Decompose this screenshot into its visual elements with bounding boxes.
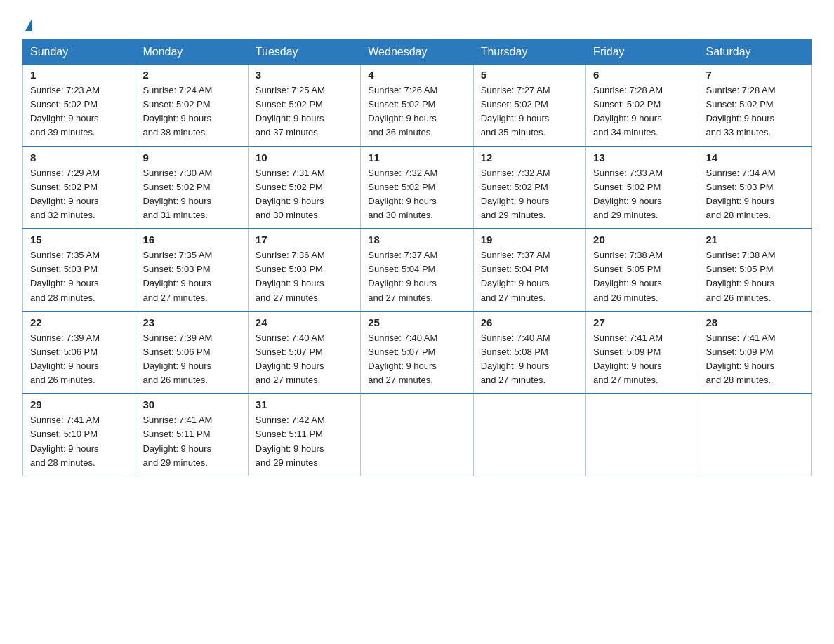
- day-cell: 30 Sunrise: 7:41 AMSunset: 5:11 PMDaylig…: [135, 394, 248, 476]
- day-info: Sunrise: 7:35 AMSunset: 5:03 PMDaylight:…: [143, 248, 240, 305]
- day-cell: 20 Sunrise: 7:38 AMSunset: 5:05 PMDaylig…: [586, 229, 699, 311]
- day-cell: 14 Sunrise: 7:34 AMSunset: 5:03 PMDaylig…: [699, 147, 811, 229]
- day-info: Sunrise: 7:40 AMSunset: 5:07 PMDaylight:…: [256, 331, 353, 388]
- day-info: Sunrise: 7:41 AMSunset: 5:09 PMDaylight:…: [593, 331, 691, 388]
- week-row-3: 15 Sunrise: 7:35 AMSunset: 5:03 PMDaylig…: [23, 229, 812, 311]
- day-cell: 18 Sunrise: 7:37 AMSunset: 5:04 PMDaylig…: [361, 229, 473, 311]
- day-info: Sunrise: 7:26 AMSunset: 5:02 PMDaylight:…: [368, 83, 465, 140]
- day-cell: 28 Sunrise: 7:41 AMSunset: 5:09 PMDaylig…: [699, 311, 811, 394]
- day-number: 7: [706, 69, 804, 81]
- day-cell: 27 Sunrise: 7:41 AMSunset: 5:09 PMDaylig…: [586, 311, 699, 394]
- day-info: Sunrise: 7:40 AMSunset: 5:08 PMDaylight:…: [481, 331, 578, 388]
- day-number: 10: [256, 152, 353, 163]
- day-info: Sunrise: 7:27 AMSunset: 5:02 PMDaylight:…: [481, 83, 578, 140]
- day-info: Sunrise: 7:41 AMSunset: 5:10 PMDaylight:…: [30, 413, 128, 470]
- day-info: Sunrise: 7:32 AMSunset: 5:02 PMDaylight:…: [481, 166, 578, 223]
- day-number: 24: [256, 316, 353, 328]
- day-number: 29: [30, 398, 128, 410]
- day-info: Sunrise: 7:34 AMSunset: 5:03 PMDaylight:…: [706, 166, 804, 223]
- day-cell: 10 Sunrise: 7:31 AMSunset: 5:02 PMDaylig…: [248, 147, 360, 229]
- week-row-2: 8 Sunrise: 7:29 AMSunset: 5:02 PMDayligh…: [23, 147, 812, 229]
- day-number: 23: [143, 316, 240, 328]
- day-info: Sunrise: 7:39 AMSunset: 5:06 PMDaylight:…: [30, 331, 128, 388]
- day-cell: 15 Sunrise: 7:35 AMSunset: 5:03 PMDaylig…: [23, 229, 135, 311]
- day-number: 30: [143, 398, 240, 410]
- day-cell: [586, 394, 699, 476]
- day-number: 14: [706, 152, 804, 163]
- day-info: Sunrise: 7:35 AMSunset: 5:03 PMDaylight:…: [30, 248, 128, 305]
- logo-text: [22, 17, 32, 29]
- day-number: 19: [481, 234, 578, 246]
- day-number: 3: [256, 69, 353, 81]
- day-number: 22: [30, 316, 128, 328]
- day-cell: 7 Sunrise: 7:28 AMSunset: 5:02 PMDayligh…: [699, 65, 811, 147]
- day-info: Sunrise: 7:28 AMSunset: 5:02 PMDaylight:…: [593, 83, 691, 140]
- day-info: Sunrise: 7:36 AMSunset: 5:03 PMDaylight:…: [256, 248, 353, 305]
- header-cell-tuesday: Tuesday: [248, 40, 360, 65]
- day-number: 31: [256, 398, 353, 410]
- day-cell: 6 Sunrise: 7:28 AMSunset: 5:02 PMDayligh…: [586, 65, 699, 147]
- week-row-4: 22 Sunrise: 7:39 AMSunset: 5:06 PMDaylig…: [23, 311, 812, 394]
- day-number: 6: [593, 69, 691, 81]
- day-info: Sunrise: 7:38 AMSunset: 5:05 PMDaylight:…: [706, 248, 804, 305]
- day-cell: 19 Sunrise: 7:37 AMSunset: 5:04 PMDaylig…: [473, 229, 585, 311]
- header-cell-sunday: Sunday: [23, 40, 135, 65]
- day-cell: [699, 394, 811, 476]
- day-number: 28: [706, 316, 804, 328]
- day-info: Sunrise: 7:30 AMSunset: 5:02 PMDaylight:…: [143, 166, 240, 223]
- logo-triangle-icon: [25, 18, 32, 31]
- header-cell-saturday: Saturday: [699, 40, 811, 65]
- day-info: Sunrise: 7:38 AMSunset: 5:05 PMDaylight:…: [593, 248, 691, 305]
- week-row-1: 1 Sunrise: 7:23 AMSunset: 5:02 PMDayligh…: [23, 65, 812, 147]
- day-cell: 24 Sunrise: 7:40 AMSunset: 5:07 PMDaylig…: [248, 311, 360, 394]
- header-cell-monday: Monday: [135, 40, 248, 65]
- day-number: 11: [368, 152, 465, 163]
- day-number: 5: [481, 69, 578, 81]
- day-cell: 13 Sunrise: 7:33 AMSunset: 5:02 PMDaylig…: [586, 147, 699, 229]
- day-cell: 17 Sunrise: 7:36 AMSunset: 5:03 PMDaylig…: [248, 229, 360, 311]
- day-info: Sunrise: 7:24 AMSunset: 5:02 PMDaylight:…: [143, 83, 240, 140]
- day-number: 17: [256, 234, 353, 246]
- day-cell: [473, 394, 585, 476]
- logo: [22, 17, 32, 27]
- day-info: Sunrise: 7:37 AMSunset: 5:04 PMDaylight:…: [368, 248, 465, 305]
- day-cell: 21 Sunrise: 7:38 AMSunset: 5:05 PMDaylig…: [699, 229, 811, 311]
- day-number: 13: [593, 152, 691, 163]
- day-info: Sunrise: 7:37 AMSunset: 5:04 PMDaylight:…: [481, 248, 578, 305]
- day-number: 20: [593, 234, 691, 246]
- day-cell: 11 Sunrise: 7:32 AMSunset: 5:02 PMDaylig…: [361, 147, 473, 229]
- day-info: Sunrise: 7:41 AMSunset: 5:09 PMDaylight:…: [706, 331, 804, 388]
- day-cell: 29 Sunrise: 7:41 AMSunset: 5:10 PMDaylig…: [23, 394, 135, 476]
- day-cell: 5 Sunrise: 7:27 AMSunset: 5:02 PMDayligh…: [473, 65, 585, 147]
- day-info: Sunrise: 7:33 AMSunset: 5:02 PMDaylight:…: [593, 166, 691, 223]
- day-number: 27: [593, 316, 691, 328]
- day-cell: 1 Sunrise: 7:23 AMSunset: 5:02 PMDayligh…: [23, 65, 135, 147]
- day-info: Sunrise: 7:23 AMSunset: 5:02 PMDaylight:…: [30, 83, 128, 140]
- day-cell: 2 Sunrise: 7:24 AMSunset: 5:02 PMDayligh…: [135, 65, 248, 147]
- day-number: 12: [481, 152, 578, 163]
- day-cell: 3 Sunrise: 7:25 AMSunset: 5:02 PMDayligh…: [248, 65, 360, 147]
- day-number: 8: [30, 152, 128, 163]
- day-number: 9: [143, 152, 240, 163]
- day-info: Sunrise: 7:32 AMSunset: 5:02 PMDaylight:…: [368, 166, 465, 223]
- day-info: Sunrise: 7:41 AMSunset: 5:11 PMDaylight:…: [143, 413, 240, 470]
- day-number: 18: [368, 234, 465, 246]
- day-cell: 23 Sunrise: 7:39 AMSunset: 5:06 PMDaylig…: [135, 311, 248, 394]
- day-cell: 25 Sunrise: 7:40 AMSunset: 5:07 PMDaylig…: [361, 311, 473, 394]
- header: [22, 17, 812, 27]
- day-info: Sunrise: 7:29 AMSunset: 5:02 PMDaylight:…: [30, 166, 128, 223]
- day-info: Sunrise: 7:25 AMSunset: 5:02 PMDaylight:…: [256, 83, 353, 140]
- day-cell: 9 Sunrise: 7:30 AMSunset: 5:02 PMDayligh…: [135, 147, 248, 229]
- header-cell-thursday: Thursday: [473, 40, 585, 65]
- day-cell: 4 Sunrise: 7:26 AMSunset: 5:02 PMDayligh…: [361, 65, 473, 147]
- day-number: 15: [30, 234, 128, 246]
- day-info: Sunrise: 7:28 AMSunset: 5:02 PMDaylight:…: [706, 83, 804, 140]
- header-row: SundayMondayTuesdayWednesdayThursdayFrid…: [23, 40, 812, 65]
- day-cell: 8 Sunrise: 7:29 AMSunset: 5:02 PMDayligh…: [23, 147, 135, 229]
- day-cell: 26 Sunrise: 7:40 AMSunset: 5:08 PMDaylig…: [473, 311, 585, 394]
- day-number: 25: [368, 316, 465, 328]
- day-number: 2: [143, 69, 240, 81]
- day-cell: [361, 394, 473, 476]
- day-cell: 22 Sunrise: 7:39 AMSunset: 5:06 PMDaylig…: [23, 311, 135, 394]
- day-cell: 12 Sunrise: 7:32 AMSunset: 5:02 PMDaylig…: [473, 147, 585, 229]
